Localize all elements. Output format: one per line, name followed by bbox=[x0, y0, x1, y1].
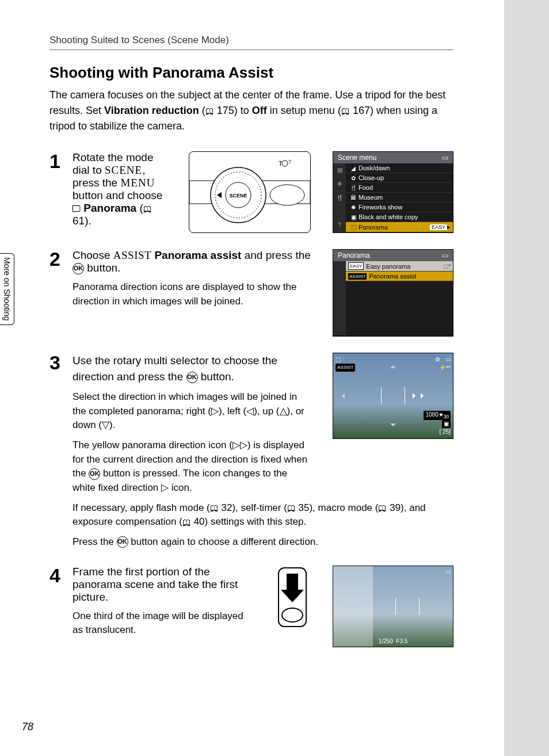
scene-menu-item: ✺Fireworks show bbox=[346, 203, 453, 212]
panorama-menu-screenshot: Panorama ▭ EASY Easy panorama ⬚ᴾ ASSIST … bbox=[333, 249, 453, 337]
left-arrow-icon bbox=[339, 393, 345, 399]
breadcrumb: Shooting Suited to Scenes (Scene Mode) bbox=[49, 35, 481, 46]
book-icon: 🕮 bbox=[205, 105, 214, 118]
book-icon: 🕮 bbox=[287, 502, 296, 514]
scene-menu-title: Scene menu bbox=[338, 154, 376, 162]
step-3-p2: The yellow panorama direction icon (▷▷) … bbox=[73, 438, 311, 495]
step-4-title: Frame the first portion of the panorama … bbox=[73, 566, 252, 604]
step-2-title: Choose ASSIST Panorama assist and press … bbox=[73, 249, 311, 274]
step-3-p4: Press the OK button again to choose a di… bbox=[73, 535, 453, 549]
scene-menu-item: ✿Close-up bbox=[346, 173, 453, 183]
battery-icon: ▭ bbox=[442, 251, 448, 259]
svg-text:SCENE: SCENE bbox=[229, 193, 247, 198]
panorama-menu-title: Panorama bbox=[338, 251, 369, 259]
right-arrow-icon bbox=[421, 393, 426, 399]
ok-button-icon: OK bbox=[117, 536, 128, 548]
resolution-badge: 1080★30 bbox=[424, 411, 451, 420]
scene-menu-item: 🍴Food bbox=[346, 183, 453, 193]
direction-preview-screenshot: ⬚ ASSIST ⚙ ▭ ⚡ᵒⁿ 1080★30 ▣ [ 25] bbox=[333, 353, 453, 439]
step-4-detail: One third of the image will be displayed… bbox=[73, 609, 252, 637]
battery-icon: ▭ bbox=[445, 568, 451, 575]
step-number: 2 bbox=[49, 249, 73, 269]
focus-bracket bbox=[395, 598, 420, 615]
step-3: 3 Use the rotary multi selector to choos… bbox=[49, 353, 453, 549]
panorama-menu-assist-selected: ASSIST Panorama assist bbox=[346, 272, 453, 281]
step-3-title: Use the rotary multi selector to choose … bbox=[73, 353, 311, 384]
step-2-detail: Panorama direction icons are displayed t… bbox=[73, 280, 311, 308]
translucent-overlay bbox=[333, 566, 373, 647]
book-icon: 🕮 bbox=[182, 516, 191, 529]
shutter-figure bbox=[274, 566, 311, 631]
scene-menu-item: ▣Black and white copy bbox=[346, 212, 453, 222]
down-arrow-icon bbox=[390, 423, 396, 429]
step-1: 1 Rotate the mode dial to SCENE, press t… bbox=[49, 151, 453, 233]
book-icon: 🕮 bbox=[378, 502, 387, 514]
svg-point-8 bbox=[270, 185, 304, 205]
page-number: 78 bbox=[22, 721, 33, 733]
step-2: 2 Choose ASSIST Panorama assist and pres… bbox=[49, 249, 453, 337]
up-arrow-icon bbox=[390, 362, 396, 368]
scene-menu-tabs: ▤❄🍴? bbox=[333, 163, 346, 232]
ok-button-icon: OK bbox=[73, 263, 84, 274]
breadcrumb-underline bbox=[49, 49, 453, 50]
book-icon: 🕮 bbox=[341, 105, 350, 118]
battery-icon: ▭ bbox=[445, 356, 451, 364]
first-shot-preview: ▭ 1/250 F3.5 bbox=[333, 566, 453, 647]
flash-icon: ⚡ᵒⁿ bbox=[439, 364, 451, 372]
counter: [ 25] bbox=[440, 428, 451, 437]
gear-icon: ⚙ bbox=[435, 356, 440, 364]
exposure-readout: 1/250 F3.5 bbox=[379, 638, 408, 644]
svg-point-6 bbox=[282, 161, 288, 166]
step-number: 3 bbox=[49, 353, 73, 372]
scene-menu-item: 🏛Museum bbox=[346, 193, 453, 203]
section-tab: More on Shooting bbox=[0, 253, 14, 325]
ok-button-icon: OK bbox=[186, 372, 198, 383]
page-title: Shooting with Panorama Assist bbox=[49, 64, 481, 82]
intro-paragraph: The camera focuses on the subject at the… bbox=[49, 87, 453, 134]
battery-icon: ▭ bbox=[442, 154, 448, 162]
book-icon: 🕮 bbox=[210, 502, 219, 514]
step-number: 4 bbox=[49, 566, 73, 585]
scene-menu-item-selected: ⬚Panorama EASY▸ bbox=[346, 222, 453, 232]
mode-dial-figure: SCENE T ? bbox=[189, 151, 311, 233]
book-icon: 🕮 bbox=[143, 204, 152, 213]
right-arrow-icon bbox=[413, 393, 418, 399]
quality-badge: ▣ bbox=[442, 420, 451, 429]
panorama-menu-easy: EASY Easy panorama ⬚ᴾ bbox=[346, 261, 453, 272]
step-4: 4 Frame the first portion of the panoram… bbox=[49, 566, 453, 647]
svg-point-10 bbox=[282, 608, 303, 622]
step-3-p3: If necessary, apply flash mode (🕮 32), s… bbox=[73, 501, 453, 529]
assist-tag: ASSIST bbox=[336, 364, 355, 372]
step-number: 1 bbox=[49, 151, 73, 171]
step-3-p1: Select the direction in which images wil… bbox=[73, 390, 311, 433]
scene-menu-item: ◢Dusk/dawn bbox=[346, 163, 453, 173]
panorama-icon bbox=[73, 205, 81, 212]
ok-button-icon: OK bbox=[89, 468, 100, 480]
scene-menu-screenshot: Scene menu ▭ ▤❄🍴? ◢Dusk/dawn ✿Close-up 🍴… bbox=[333, 151, 453, 233]
step-1-title: Rotate the mode dial to SCENE, press the… bbox=[73, 151, 167, 227]
focus-bracket bbox=[381, 387, 405, 404]
panorama-icon: ⬚ bbox=[336, 356, 341, 364]
svg-text:?: ? bbox=[288, 159, 291, 165]
